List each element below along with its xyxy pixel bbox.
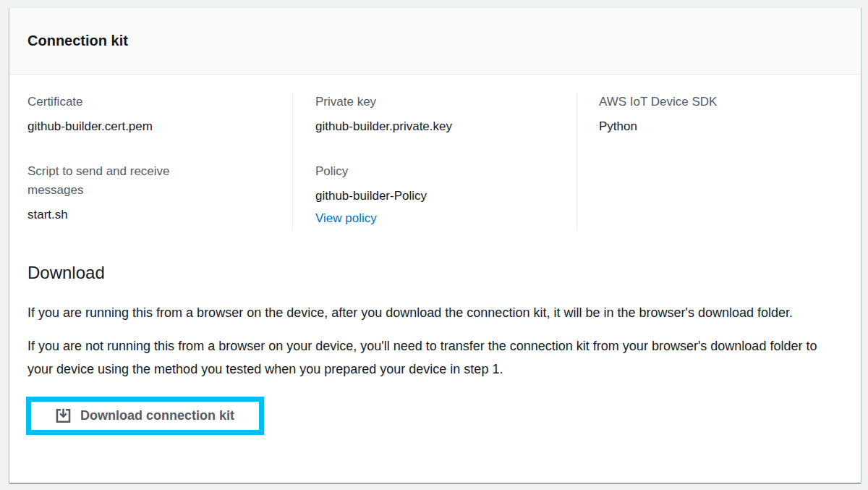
- column-sdk: AWS IoT Device SDK Python: [576, 93, 843, 229]
- field-label: Private key: [315, 93, 500, 111]
- field-value: github-builder.private.key: [315, 117, 576, 136]
- field-value: github-builder.cert.pem: [27, 117, 292, 136]
- download-paragraph-1: If you are running this from a browser o…: [27, 301, 843, 324]
- field-label: AWS IoT Device SDK: [599, 93, 783, 111]
- field-label: Script to send and receive messages: [27, 162, 212, 200]
- connection-kit-card: Connection kit Certificate github-builde…: [9, 7, 861, 483]
- download-button-label: Download connection kit: [80, 408, 234, 423]
- field-label: Policy: [315, 162, 500, 181]
- field-policy: Policy github-builder-Policy View policy: [315, 162, 576, 228]
- annotation-highlight-box: Download connection kit: [26, 397, 264, 435]
- column-private-key: Private key github-builder.private.key P…: [292, 93, 576, 229]
- field-certificate: Certificate github-builder.cert.pem: [27, 93, 292, 136]
- field-private-key: Private key github-builder.private.key: [315, 93, 576, 136]
- card-body: Certificate github-builder.cert.pem Scri…: [9, 75, 861, 454]
- card-header: Connection kit: [9, 8, 861, 75]
- page-title: Connection kit: [27, 33, 128, 49]
- download-paragraph-2: If you are not running this from a brows…: [27, 334, 843, 381]
- download-icon: [56, 408, 71, 423]
- field-script: Script to send and receive messages star…: [27, 162, 292, 224]
- field-value: github-builder-Policy: [315, 187, 576, 206]
- field-value: start.sh: [27, 206, 292, 224]
- field-label: Certificate: [27, 93, 212, 111]
- field-value: Python: [599, 117, 843, 136]
- download-connection-kit-button[interactable]: Download connection kit: [31, 402, 259, 430]
- view-policy-link[interactable]: View policy: [315, 209, 377, 228]
- kit-summary-columns: Certificate github-builder.cert.pem Scri…: [27, 93, 843, 229]
- column-certificate: Certificate github-builder.cert.pem Scri…: [27, 93, 292, 229]
- download-section-heading: Download: [27, 261, 843, 284]
- field-sdk: AWS IoT Device SDK Python: [599, 93, 843, 136]
